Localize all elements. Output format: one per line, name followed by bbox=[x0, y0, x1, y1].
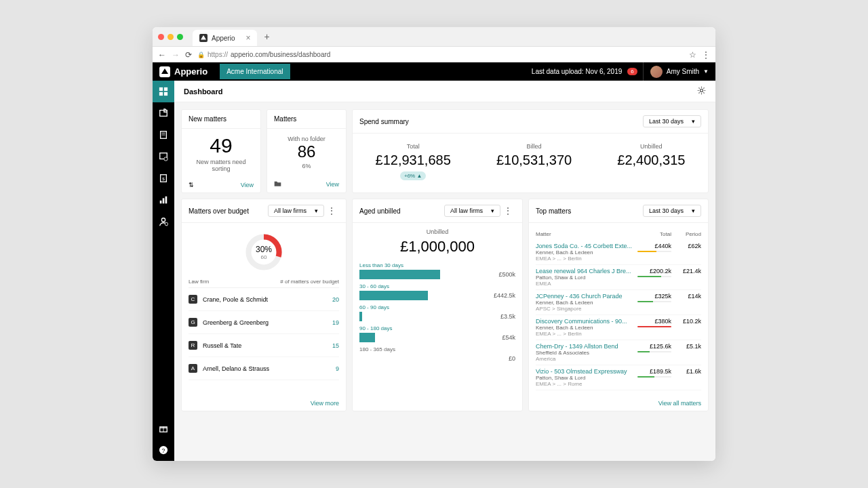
aged-label: 180 - 365 days bbox=[359, 346, 515, 352]
sidebar-item-dashboard[interactable] bbox=[153, 81, 174, 102]
svg-text:?: ? bbox=[162, 447, 165, 454]
matter-firm: Patton, Shaw & Lord bbox=[536, 274, 637, 281]
svg-rect-13 bbox=[165, 197, 167, 204]
browser-tab[interactable]: Apperio × bbox=[193, 30, 257, 46]
matter-period: £62k bbox=[671, 243, 701, 262]
aged-bar bbox=[359, 270, 481, 279]
chevron-down-icon: ▾ bbox=[315, 207, 318, 214]
matter-link[interactable]: Lease renewal 964 Charles J Bre... bbox=[536, 268, 637, 274]
more-icon[interactable]: ⋮ bbox=[324, 205, 339, 216]
firm-name: Arnell, Delano & Strauss bbox=[203, 365, 269, 372]
svg-rect-0 bbox=[159, 87, 163, 91]
sidebar-item-analytics[interactable] bbox=[153, 189, 174, 211]
sidebar-item-users[interactable] bbox=[153, 211, 174, 232]
aged-bucket: 90 - 180 days £54k bbox=[359, 325, 515, 342]
matter-link[interactable]: JCPenney - 436 Church Parade bbox=[536, 293, 637, 300]
aged-bucket: 180 - 365 days £0 bbox=[359, 346, 515, 363]
close-tab-icon[interactable]: × bbox=[245, 33, 250, 43]
card-aged-unbilled: Aged unbilled All law firms▾ ⋮ Unbilled … bbox=[352, 199, 523, 411]
col-count: # of matters over budget bbox=[280, 279, 339, 285]
view-link[interactable]: View bbox=[326, 181, 339, 188]
matter-link[interactable]: Jones Soda Co. - 45 Corbett Exte... bbox=[536, 243, 637, 249]
firm-badge-icon: A bbox=[189, 364, 197, 373]
firm-row[interactable]: C Crane, Poole & Schmidt 20 bbox=[189, 288, 339, 311]
more-icon[interactable]: ⋮ bbox=[500, 205, 515, 216]
matter-location: EMEA > ... > Rome bbox=[536, 381, 637, 387]
matter-location: EMEA > ... > Berlin bbox=[536, 256, 637, 262]
url-input[interactable]: 🔒 https://apperio.com/business/dashboard bbox=[197, 51, 684, 58]
matter-link[interactable]: Vizio - 503 Olmstead Expressway bbox=[536, 368, 637, 375]
matter-total: £440k bbox=[637, 243, 671, 262]
filter-dropdown[interactable]: All law firms▾ bbox=[268, 205, 324, 217]
aged-label[interactable]: 90 - 180 days bbox=[359, 325, 515, 331]
matter-firm: Kenner, Bach & Ledeen bbox=[536, 249, 637, 256]
back-icon[interactable]: ← bbox=[158, 50, 166, 60]
matter-link[interactable]: Discovery Communications - 90... bbox=[536, 318, 637, 325]
company-selector[interactable]: Acme International bbox=[220, 64, 290, 79]
chevron-down-icon: ▾ bbox=[491, 207, 494, 214]
card-title: Top matters bbox=[536, 207, 571, 215]
browser-window: Apperio × + ← → ⟳ 🔒 https://apperio.com/… bbox=[153, 27, 715, 461]
chevron-down-icon: ▾ bbox=[692, 207, 695, 214]
close-window-icon[interactable] bbox=[158, 34, 164, 40]
settings-icon[interactable] bbox=[697, 85, 706, 98]
view-link[interactable]: View bbox=[241, 182, 254, 188]
matter-period: £5.1k bbox=[671, 343, 701, 362]
matter-total: £200.2k bbox=[637, 268, 671, 287]
notification-badge[interactable]: 6 bbox=[627, 68, 637, 75]
maximize-window-icon[interactable] bbox=[177, 34, 183, 40]
spend-label: Billed bbox=[496, 143, 572, 150]
sidebar-item-budgets[interactable] bbox=[153, 146, 174, 167]
sidebar-item-help[interactable]: ? bbox=[153, 439, 174, 461]
firm-row[interactable]: R Russell & Tate 15 bbox=[189, 334, 339, 357]
matter-total: £380k bbox=[637, 318, 671, 337]
view-all-link[interactable]: View all matters bbox=[658, 400, 701, 407]
spend-column: Billed £10,531,370 bbox=[496, 143, 572, 180]
view-more-link[interactable]: View more bbox=[311, 400, 339, 407]
lock-icon: 🔒 bbox=[197, 52, 205, 58]
sidebar-item-documents[interactable] bbox=[153, 124, 174, 146]
chevron-down-icon: ▼ bbox=[703, 68, 709, 75]
forward-icon[interactable]: → bbox=[172, 50, 180, 60]
page-title: Dashboard bbox=[184, 87, 222, 96]
folder-icon[interactable] bbox=[274, 180, 281, 188]
new-tab-button[interactable]: + bbox=[264, 31, 269, 42]
aged-label[interactable]: 60 - 90 days bbox=[359, 304, 515, 310]
firm-row[interactable]: A Arnell, Delano & Strauss 9 bbox=[189, 357, 339, 380]
filter-dropdown[interactable]: All law firms▾ bbox=[444, 205, 500, 217]
aged-bar bbox=[359, 312, 481, 321]
user-menu[interactable]: Amy Smith ▼ bbox=[643, 62, 709, 81]
sort-icon[interactable]: ⇅ bbox=[189, 182, 194, 188]
aged-label[interactable]: Less than 30 days bbox=[359, 262, 515, 268]
aged-label[interactable]: 30 - 60 days bbox=[359, 283, 515, 289]
svg-point-14 bbox=[161, 218, 165, 222]
firm-row[interactable]: G Greenberg & Greenberg 19 bbox=[189, 311, 339, 334]
progress-bar bbox=[637, 251, 671, 252]
matter-row: Lease renewal 964 Charles J Bre... Patto… bbox=[536, 265, 701, 290]
range-dropdown[interactable]: Last 30 days▾ bbox=[643, 205, 701, 217]
aged-bar bbox=[359, 354, 481, 363]
brand-logo[interactable]: Apperio bbox=[153, 66, 214, 77]
bookmark-icon[interactable]: ☆ bbox=[689, 50, 696, 60]
svg-rect-1 bbox=[164, 87, 167, 91]
progress-bar bbox=[637, 276, 671, 277]
firm-badge-icon: G bbox=[189, 318, 197, 327]
svg-rect-3 bbox=[164, 92, 167, 96]
reload-icon[interactable]: ⟳ bbox=[185, 50, 192, 60]
aged-value: £54k bbox=[487, 334, 515, 341]
firm-badge-icon: R bbox=[189, 341, 197, 350]
menu-icon[interactable]: ⋮ bbox=[702, 50, 710, 60]
app: Apperio Acme International Last data upl… bbox=[153, 62, 715, 461]
firm-badge-icon: C bbox=[189, 295, 197, 304]
matters-count: 86 bbox=[274, 142, 339, 161]
minimize-window-icon[interactable] bbox=[167, 34, 174, 40]
sidebar-item-gifts[interactable] bbox=[153, 418, 174, 439]
sidebar: $ ? bbox=[153, 81, 174, 461]
sidebar-item-matters[interactable] bbox=[153, 102, 174, 124]
range-dropdown[interactable]: Last 30 days▾ bbox=[643, 115, 701, 127]
progress-bar bbox=[637, 326, 671, 327]
chevron-down-icon: ▾ bbox=[692, 118, 695, 125]
sidebar-item-invoices[interactable]: $ bbox=[153, 167, 174, 189]
unbilled-value: £1,000,000 bbox=[359, 235, 515, 262]
matter-link[interactable]: Chem-Dry - 1349 Allston Bend bbox=[536, 343, 637, 350]
